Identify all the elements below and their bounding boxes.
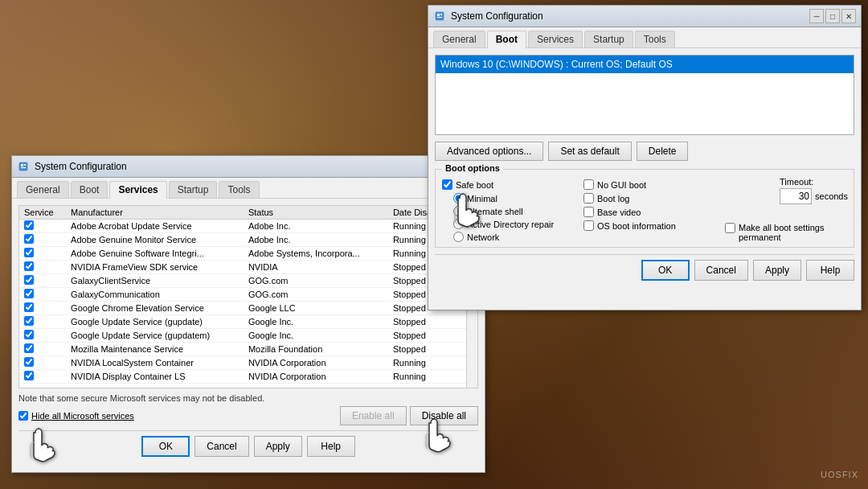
dialog2-maximize-button[interactable]: □ (825, 9, 840, 23)
dialog2-footer: OK Cancel Apply Help (435, 254, 854, 281)
tab-tools-d2[interactable]: Tools (635, 31, 675, 47)
service-checkbox[interactable] (24, 261, 34, 271)
base-video-label[interactable]: Base video (583, 207, 712, 217)
boot-col3: Make all boot settings permanent (725, 223, 847, 242)
dialog2-icon (433, 10, 446, 23)
disable-all-button[interactable]: Disable all (410, 406, 478, 425)
make-permanent-checkbox[interactable] (725, 223, 735, 233)
advanced-options-button[interactable]: Advanced options... (435, 142, 543, 161)
network-radio[interactable] (453, 232, 464, 242)
service-checkbox-cell[interactable] (19, 274, 66, 288)
service-manufacturer: Google LLC (244, 302, 388, 315)
watermark-text: UOSFIX (821, 470, 858, 479)
services-dialog-titlebar[interactable]: System Configuration ─ □ ✕ (12, 156, 485, 178)
make-permanent-label[interactable]: Make all boot settings permanent (725, 223, 847, 242)
delete-boot-button[interactable]: Delete (637, 142, 689, 161)
boot-log-checkbox[interactable] (583, 193, 594, 203)
alternate-shell-radio[interactable] (453, 206, 464, 216)
service-checkbox-cell[interactable] (19, 288, 66, 302)
tab-tools-d1[interactable]: Tools (219, 181, 259, 198)
service-manufacturer: NVIDIA Corporation (244, 356, 388, 370)
tab-general-d2[interactable]: General (433, 31, 485, 47)
service-checkbox[interactable] (24, 316, 34, 326)
col-status[interactable]: Status (244, 206, 388, 220)
svg-rect-3 (24, 164, 26, 166)
set-default-button[interactable]: Set as default (548, 142, 631, 161)
col-service[interactable]: Service (19, 206, 66, 220)
tab-services-d2[interactable]: Services (528, 31, 583, 47)
dialog2-apply-button[interactable]: Apply (753, 260, 801, 281)
dialog2-cancel-button[interactable]: Cancel (694, 260, 748, 281)
minimal-radio[interactable] (453, 193, 464, 203)
dialog2-controls: ─ □ ✕ (809, 9, 856, 23)
boot-dialog-titlebar[interactable]: System Configuration ─ □ ✕ (428, 6, 861, 27)
safe-boot-checkbox[interactable] (442, 179, 452, 190)
service-checkbox[interactable] (24, 357, 34, 367)
boot-list-item[interactable]: Windows 10 (C:\WINDOWS) : Current OS; De… (436, 55, 854, 73)
tab-services-d1[interactable]: Services (109, 181, 166, 199)
base-video-checkbox[interactable] (583, 207, 594, 217)
service-manufacturer: NVIDIA Corporation (244, 370, 388, 384)
service-checkbox[interactable] (24, 330, 34, 339)
boot-options-legend: Boot options (442, 163, 503, 173)
boot-log-label[interactable]: Boot log (583, 193, 712, 203)
dialog2-close-button[interactable]: ✕ (841, 9, 856, 23)
services-note: Note that some secure Microsoft services… (18, 393, 478, 403)
service-checkbox[interactable] (24, 343, 34, 353)
os-boot-checkbox[interactable] (583, 220, 594, 231)
service-checkbox[interactable] (24, 302, 34, 312)
service-checkbox[interactable] (24, 220, 34, 230)
tab-startup-d2[interactable]: Startup (584, 31, 633, 47)
enable-all-button[interactable]: Enable all (340, 406, 407, 425)
service-checkbox-cell[interactable] (19, 370, 66, 384)
hide-ms-checkbox[interactable] (18, 411, 28, 421)
os-boot-label[interactable]: OS boot information (583, 220, 712, 231)
service-checkbox-cell[interactable] (19, 329, 66, 343)
service-checkbox-cell[interactable] (19, 315, 66, 329)
active-directory-radio[interactable] (453, 219, 464, 229)
service-name: Google Update Service (gupdate) (66, 315, 244, 329)
services-table-wrapper[interactable]: Service Manufacturer Status Date Disable… (18, 205, 478, 388)
service-manufacturer: Adobe Inc. (244, 220, 388, 233)
service-checkbox-cell[interactable] (19, 220, 66, 233)
col-manufacturer[interactable]: Manufacturer (66, 206, 244, 220)
dialog1-cancel-button[interactable]: Cancel (194, 436, 248, 457)
service-name: Adobe Acrobat Update Service (66, 220, 244, 233)
services-dialog: System Configuration ─ □ ✕ General Boot … (11, 155, 485, 473)
service-checkbox[interactable] (24, 234, 34, 244)
boot-list-wrapper[interactable]: Windows 10 (C:\WINDOWS) : Current OS; De… (435, 55, 854, 135)
dialog2-help-button[interactable]: Help (806, 260, 854, 281)
dialog1-help-button[interactable]: Help (307, 436, 355, 457)
tab-boot-d1[interactable]: Boot (71, 181, 108, 198)
service-checkbox[interactable] (24, 275, 34, 285)
tab-startup-d1[interactable]: Startup (169, 181, 218, 198)
dialog2-minimize-button[interactable]: ─ (809, 9, 824, 23)
table-row: NVIDIA FrameView SDK serviceNVIDIAStoppe… (19, 261, 477, 274)
minimal-radio-label[interactable]: Minimal (453, 193, 571, 203)
boot-options-grid: Safe boot Minimal Alternate shell (442, 179, 847, 242)
service-checkbox-cell[interactable] (19, 247, 66, 261)
alternate-shell-radio-label[interactable]: Alternate shell (453, 206, 571, 216)
dialog1-icon (17, 160, 30, 173)
boot-col2: No GUI boot Boot log Base video OS (583, 179, 712, 242)
safe-boot-label[interactable]: Safe boot (442, 179, 493, 190)
service-checkbox-cell[interactable] (19, 343, 66, 356)
no-gui-label[interactable]: No GUI boot (583, 179, 712, 190)
tab-boot-d2[interactable]: Boot (487, 31, 526, 48)
hide-ms-checkbox-label[interactable]: Hide all Microsoft services (18, 411, 134, 421)
service-checkbox-cell[interactable] (19, 233, 66, 247)
dialog1-apply-button[interactable]: Apply (254, 436, 302, 457)
tab-general-d1[interactable]: General (17, 181, 69, 198)
active-directory-radio-label[interactable]: Active Directory repair (453, 219, 571, 229)
network-radio-label[interactable]: Network (453, 232, 571, 242)
service-checkbox[interactable] (24, 371, 34, 380)
service-checkbox[interactable] (24, 248, 34, 257)
service-checkbox[interactable] (24, 289, 34, 298)
service-checkbox-cell[interactable] (19, 302, 66, 315)
dialog1-ok-button[interactable]: OK (141, 436, 190, 457)
dialog2-ok-button[interactable]: OK (641, 260, 690, 281)
service-checkbox-cell[interactable] (19, 356, 66, 370)
table-row: Google Update Service (gupdate)Google In… (19, 315, 477, 329)
no-gui-checkbox[interactable] (583, 179, 594, 190)
service-checkbox-cell[interactable] (19, 261, 66, 274)
